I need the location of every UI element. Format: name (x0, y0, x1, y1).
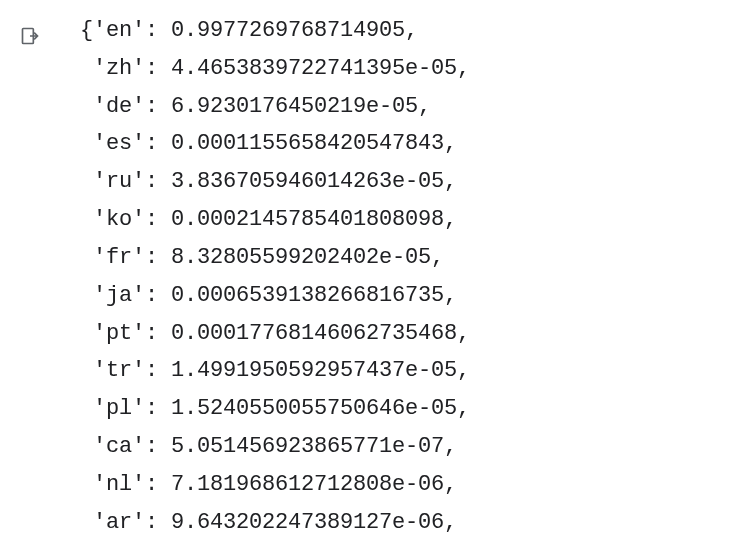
output-indicator-icon (20, 22, 40, 42)
dict-output: {'en': 0.9977269768714905, 'zh': 4.46538… (80, 12, 470, 542)
output-cell: {'en': 0.9977269768714905, 'zh': 4.46538… (0, 12, 734, 542)
